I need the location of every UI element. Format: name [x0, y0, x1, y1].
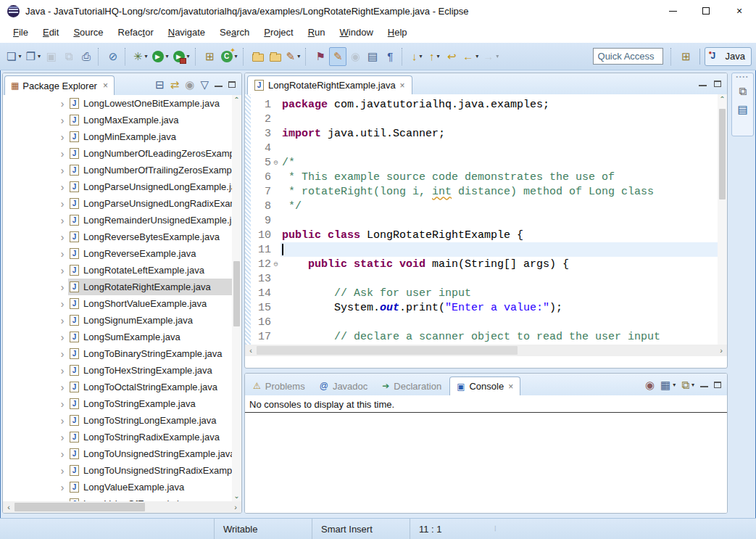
minimize-button[interactable] — [215, 82, 223, 87]
chevron-down-icon[interactable]: ▾ — [691, 382, 694, 388]
menu-edit[interactable]: Edit — [36, 24, 66, 41]
forward-button[interactable]: →▾ — [481, 47, 501, 66]
expand-chevron-icon[interactable]: › — [57, 115, 68, 126]
expand-chevron-icon[interactable]: › — [57, 448, 68, 460]
tree-item[interactable]: ›JLongReverseExample.java — [3, 245, 241, 262]
code-line[interactable]: 11 — [245, 242, 718, 257]
minimize-button[interactable] — [700, 382, 708, 387]
restore-view-button[interactable]: ⧉ — [739, 86, 747, 97]
tree-item-body[interactable]: JLongToBinaryStringExample.java — [68, 345, 241, 362]
tree-item[interactable]: ›JLongToBinaryStringExample.java — [3, 345, 241, 362]
tree-item[interactable]: ›JLongValueExample.java — [3, 479, 241, 495]
tree-item-body[interactable]: JLongValueExample.java — [68, 479, 241, 495]
code-line[interactable]: 4 — [245, 141, 718, 155]
tree-item-body[interactable]: JLongToStringLongExample.java — [68, 412, 241, 429]
tree-item-body[interactable]: JLongToOctalStringExample.java — [68, 379, 241, 395]
tree-item-body[interactable]: JLongRotateRightExample.java — [68, 279, 241, 295]
tree-item[interactable]: ›JLongToStringExample.java — [3, 395, 241, 412]
scrollbar-thumb[interactable] — [257, 346, 518, 355]
drag-grip-icon[interactable]: •••• — [736, 75, 749, 79]
chevron-down-icon[interactable]: ▾ — [475, 53, 478, 59]
mark-occurrences-button[interactable]: ✎ — [329, 47, 346, 66]
scroll-down-icon[interactable]: ⌄ — [233, 491, 239, 501]
chevron-down-icon[interactable]: ▾ — [166, 53, 169, 59]
menu-search[interactable]: Search — [212, 24, 257, 41]
chevron-down-icon[interactable]: ▾ — [187, 53, 190, 59]
tree-item-body[interactable]: JLongShortValueExample.java — [68, 295, 241, 312]
code-line[interactable]: 8 */ — [245, 199, 718, 213]
expand-chevron-icon[interactable]: › — [57, 482, 68, 493]
tree-item-body[interactable]: JLongParseUnsignedLongExample.java — [68, 178, 241, 195]
show-source-button[interactable]: ▤ — [364, 47, 381, 66]
scrollbar-thumb[interactable] — [719, 109, 726, 199]
code-editor[interactable]: 1package com.javatutorialhq.java.example… — [245, 94, 718, 356]
back-button[interactable]: ←▾ — [460, 47, 481, 66]
previous-annotation-button[interactable]: ↑▾ — [425, 47, 443, 66]
tree-item-body[interactable]: JLongRotateLeftExample.java — [68, 262, 241, 279]
tree-item[interactable]: ›JLongToHexStringExample.java — [3, 362, 241, 379]
print-button[interactable]: ⎙ — [78, 47, 95, 66]
tree-item-body[interactable]: JLongMaxExample.java — [68, 112, 241, 128]
tree-vertical-scrollbar[interactable]: ⌃ ⌄ — [232, 95, 241, 501]
open-type-button[interactable] — [249, 47, 267, 66]
expand-chevron-icon[interactable]: › — [57, 181, 68, 193]
chevron-down-icon[interactable]: ▾ — [673, 382, 676, 388]
menu-navigate[interactable]: Navigate — [161, 24, 212, 41]
tree-item-body[interactable]: JLongValueOfExample.java — [68, 495, 241, 501]
tree-item[interactable]: ›JLongShortValueExample.java — [3, 295, 241, 312]
fold-collapse-icon[interactable]: ⊖ — [271, 260, 281, 268]
tree-horizontal-scrollbar[interactable]: ‹ › — [3, 501, 241, 513]
tree-item-body[interactable]: JLongToUnsignedStringExample.java — [68, 445, 241, 462]
scrollbar-thumb[interactable] — [14, 503, 145, 511]
scroll-right-icon[interactable]: › — [715, 346, 727, 355]
console-tab-problems[interactable]: ⚠Problems — [246, 377, 312, 395]
code-line[interactable]: 1package com.javatutorialhq.java.example… — [245, 97, 718, 112]
expand-chevron-icon[interactable]: › — [57, 365, 68, 377]
tree-item[interactable]: ›JLongRotateLeftExample.java — [3, 262, 241, 279]
code-line[interactable]: 9 — [245, 213, 718, 228]
expand-chevron-icon[interactable]: › — [57, 348, 68, 360]
window-minimize-button[interactable] — [656, 0, 689, 22]
tree-item-body[interactable]: JLongSignumExample.java — [68, 312, 241, 329]
menu-help[interactable]: Help — [381, 24, 415, 41]
expand-chevron-icon[interactable]: › — [57, 148, 68, 160]
window-close-button[interactable]: × — [723, 0, 756, 22]
display-console-button[interactable]: ▦▾ — [660, 379, 676, 390]
tree-item[interactable]: ›JLongToUnsignedStringRadixExample.java — [3, 462, 241, 479]
scrollbar-thumb[interactable] — [233, 261, 240, 326]
console-tab-javadoc[interactable]: @Javadoc — [313, 377, 375, 395]
package-explorer-tab[interactable]: ▦ Package Explorer × — [4, 75, 115, 95]
new-java-project-button[interactable]: ⊞ — [202, 47, 219, 66]
menu-run[interactable]: Run — [301, 24, 333, 41]
tree-item[interactable]: ›JLongMaxExample.java — [3, 112, 241, 128]
tree-item[interactable]: ›JLongSignumExample.java — [3, 312, 241, 329]
minimize-icon[interactable] — [699, 81, 707, 86]
close-icon[interactable]: × — [103, 81, 108, 91]
quick-access-input[interactable] — [593, 48, 663, 65]
editor-horizontal-scrollbar[interactable]: ‹ › — [245, 345, 727, 356]
code-line[interactable]: 15 System.out.print("Enter a value:"); — [245, 300, 718, 315]
expand-chevron-icon[interactable]: › — [57, 398, 68, 410]
expand-chevron-icon[interactable]: › — [57, 231, 68, 243]
expand-chevron-icon[interactable]: › — [57, 215, 68, 226]
scroll-left-icon[interactable]: ‹ — [3, 503, 14, 511]
scroll-up-icon[interactable]: ⌃ — [233, 95, 239, 105]
expand-chevron-icon[interactable]: › — [57, 298, 68, 310]
open-perspective-button[interactable]: ⊞ — [678, 47, 695, 66]
code-line[interactable]: 14 // Ask for user input — [245, 286, 718, 300]
debug-button[interactable]: ✳▾ — [131, 47, 150, 66]
code-line[interactable]: 2 — [245, 112, 718, 126]
chevron-down-icon[interactable]: ▾ — [145, 53, 148, 59]
expand-chevron-icon[interactable]: › — [57, 165, 68, 176]
tree-item[interactable]: ›JLongParseUnsignedLongExample.java — [3, 178, 241, 195]
open-console-button[interactable]: ⧉▾ — [681, 379, 694, 390]
view-menu-button[interactable]: ◉ — [185, 79, 194, 90]
code-line[interactable]: 12⊖ public static void main(String[] arg… — [245, 257, 718, 271]
console-tab-console[interactable]: ▣Console× — [449, 377, 520, 395]
expand-chevron-icon[interactable]: › — [57, 198, 68, 210]
editor-tab[interactable]: J LongRotateRightExample.java × — [247, 75, 412, 94]
tree-item[interactable]: ›JLongToStringLongExample.java — [3, 412, 241, 429]
expand-chevron-icon[interactable]: › — [57, 415, 68, 427]
expand-chevron-icon[interactable]: › — [57, 465, 68, 477]
menu-project[interactable]: Project — [257, 24, 300, 41]
